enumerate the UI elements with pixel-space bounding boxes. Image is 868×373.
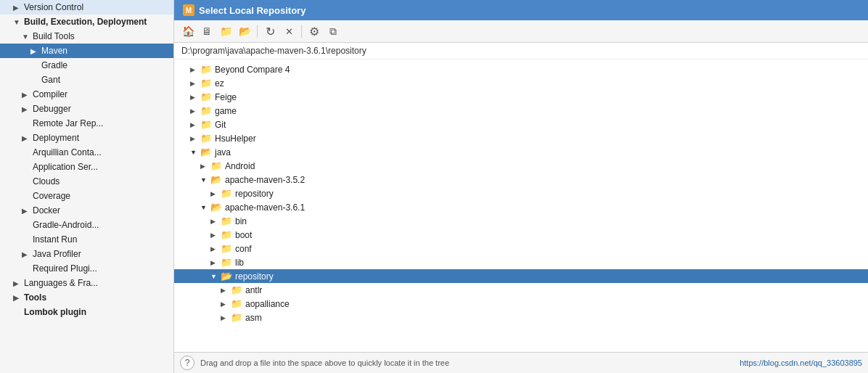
tree-arrow-icon: ▼ (200, 204, 210, 211)
toolbar-separator-2 (301, 25, 302, 38)
tree-arrow-icon: ▼ (190, 149, 200, 156)
sidebar-item-build-tools[interactable]: ▼ Build Tools (0, 29, 173, 44)
copy-button[interactable]: ⧉ (325, 23, 341, 39)
sidebar-label: Java Profiler (33, 249, 81, 259)
tree-item-aopalliance[interactable]: ▶ 📁 aopalliance (174, 297, 868, 311)
sidebar-item-java-profiler[interactable]: ▶ Java Profiler (0, 247, 173, 261)
folder-icon: 📁 (231, 312, 242, 323)
dialog-title-icon: M (183, 4, 195, 16)
sidebar-item-build-execution[interactable]: ▼ Build, Execution, Deployment (0, 15, 173, 29)
sidebar-item-compiler[interactable]: ▶ Compiler (0, 87, 173, 102)
sidebar-item-gant[interactable]: Gant (0, 73, 173, 87)
sidebar-item-required-plugin[interactable]: Required Plugi... (0, 261, 173, 276)
folder-icon: 📁 (231, 284, 242, 295)
sidebar-item-languages[interactable]: ▶ Languages & Fra... (0, 276, 173, 290)
tree-item-label: aopalliance (245, 299, 290, 309)
desktop-button[interactable]: 🖥 (199, 23, 215, 39)
sidebar-item-version-control[interactable]: ▶ Version Control (0, 0, 173, 15)
sidebar-label: Maven (41, 46, 67, 56)
tree-arrow-icon: ▶ (210, 190, 221, 197)
tree-arrow-icon: ▶ (221, 300, 231, 308)
folder-icon: 📁 (200, 133, 212, 144)
sidebar-item-arquillian[interactable]: Arquillian Conta... (0, 145, 173, 160)
delete-button[interactable]: ✕ (281, 23, 297, 39)
bottom-bar: ? Drag and drop a file into the space ab… (174, 352, 868, 373)
arrow-icon: ▼ (13, 18, 22, 26)
csdn-link[interactable]: https://blog.csdn.net/qq_33603895 (740, 358, 862, 367)
sidebar-label: Gant (41, 75, 60, 85)
tree-item-beyond-compare[interactable]: ▶ 📁 Beyond Compare 4 (174, 62, 868, 76)
arrow-icon: ▶ (22, 91, 30, 99)
tree-item-git[interactable]: ▶ 📁 Git (174, 118, 868, 131)
tree-item-hsuhelper[interactable]: ▶ 📁 HsuHelper (174, 131, 868, 145)
file-toolbar: 🏠 🖥 📁 📂 ↻ ✕ ⚙ ⧉ (174, 20, 868, 43)
tree-item-label: apache-maven-3.6.1 (225, 202, 305, 213)
tree-item-repository-selected[interactable]: ▼ 📂 repository (174, 269, 868, 283)
sidebar-item-debugger[interactable]: ▶ Debugger (0, 102, 173, 116)
arrow-icon (22, 163, 30, 171)
tree-item-label: game (215, 106, 237, 116)
arrow-icon (22, 236, 30, 244)
arrow-icon: ▼ (22, 33, 30, 41)
tree-arrow-icon: ▶ (210, 218, 221, 225)
settings-sidebar: ▶ Version Control ▼ Build, Execution, De… (0, 0, 174, 373)
arrow-icon (30, 62, 39, 70)
tree-item-apache-maven-361[interactable]: ▼ 📂 apache-maven-3.6.1 (174, 200, 868, 214)
sidebar-item-clouds[interactable]: Clouds (0, 174, 173, 189)
folder-up-button[interactable]: 📁 (218, 23, 234, 39)
sidebar-label: Arquillian Conta... (33, 147, 102, 157)
home-button[interactable]: 🏠 (180, 23, 196, 39)
sidebar-label: Remote Jar Rep... (33, 118, 103, 128)
sidebar-item-coverage[interactable]: Coverage (0, 189, 173, 203)
dialog-title-label: Select Local Repository (199, 5, 306, 16)
sidebar-label: Build Tools (33, 31, 75, 41)
refresh-button[interactable]: ↻ (262, 23, 278, 39)
arrow-icon (22, 120, 30, 128)
tree-item-label: antlr (245, 285, 262, 295)
tree-item-label: bin (235, 216, 247, 226)
tree-arrow-icon: ▶ (190, 135, 200, 142)
arrow-icon (22, 221, 30, 229)
arrow-icon: ▶ (22, 207, 30, 215)
settings-button[interactable]: ⚙ (306, 23, 322, 39)
tree-item-apache-maven-352[interactable]: ▼ 📂 apache-maven-3.5.2 (174, 173, 868, 186)
toolbar-separator (257, 25, 258, 38)
tree-item-game[interactable]: ▶ 📁 game (174, 104, 868, 118)
folder-icon: 📁 (221, 243, 232, 254)
tree-item-repository-352[interactable]: ▶ 📁 repository (174, 186, 868, 200)
tree-item-label: repository (235, 271, 274, 282)
tree-item-ez[interactable]: ▶ 📁 ez (174, 76, 868, 90)
sidebar-item-gradle-android[interactable]: Gradle-Android... (0, 218, 173, 232)
sidebar-item-tools[interactable]: ▶ Tools (0, 290, 173, 305)
tree-item-boot[interactable]: ▶ 📁 boot (174, 228, 868, 242)
sidebar-item-instant-run[interactable]: Instant Run (0, 232, 173, 247)
help-button[interactable]: ? (180, 356, 195, 370)
tree-item-lib[interactable]: ▶ 📁 lib (174, 255, 868, 269)
arrow-icon: ▶ (30, 47, 39, 55)
sidebar-item-lombok-plugin[interactable]: Lombok plugin (0, 305, 173, 319)
tree-arrow-icon: ▶ (210, 231, 221, 239)
sidebar-item-docker[interactable]: ▶ Docker (0, 203, 173, 218)
tree-item-android[interactable]: ▶ 📁 Android (174, 159, 868, 173)
tree-arrow-icon: ▶ (221, 314, 231, 321)
sidebar-label: Tools (24, 292, 46, 303)
tree-item-java[interactable]: ▼ 📂 java (174, 145, 868, 159)
sidebar-item-application-server[interactable]: Application Ser... (0, 160, 173, 174)
new-folder-button[interactable]: 📂 (237, 23, 253, 39)
folder-icon: 📂 (210, 202, 222, 213)
folder-icon: 📁 (200, 64, 212, 75)
sidebar-item-gradle[interactable]: Gradle (0, 58, 173, 73)
folder-icon: 📁 (200, 105, 212, 116)
tree-item-label: Beyond Compare 4 (215, 65, 290, 75)
tree-item-asm[interactable]: ▶ 📁 asm (174, 311, 868, 324)
tree-arrow-icon: ▶ (190, 94, 200, 101)
tree-item-feige[interactable]: ▶ 📁 Feige (174, 90, 868, 104)
tree-item-antlr[interactable]: ▶ 📁 antlr (174, 283, 868, 297)
tree-item-conf[interactable]: ▶ 📁 conf (174, 242, 868, 255)
sidebar-item-maven[interactable]: ▶ Maven (0, 44, 173, 58)
sidebar-item-deployment[interactable]: ▶ Deployment (0, 131, 173, 145)
sidebar-item-remote-jar[interactable]: Remote Jar Rep... (0, 116, 173, 131)
tree-item-bin[interactable]: ▶ 📁 bin (174, 214, 868, 228)
sidebar-label: Gradle-Android... (33, 220, 99, 230)
folder-icon: 📂 (210, 174, 222, 185)
